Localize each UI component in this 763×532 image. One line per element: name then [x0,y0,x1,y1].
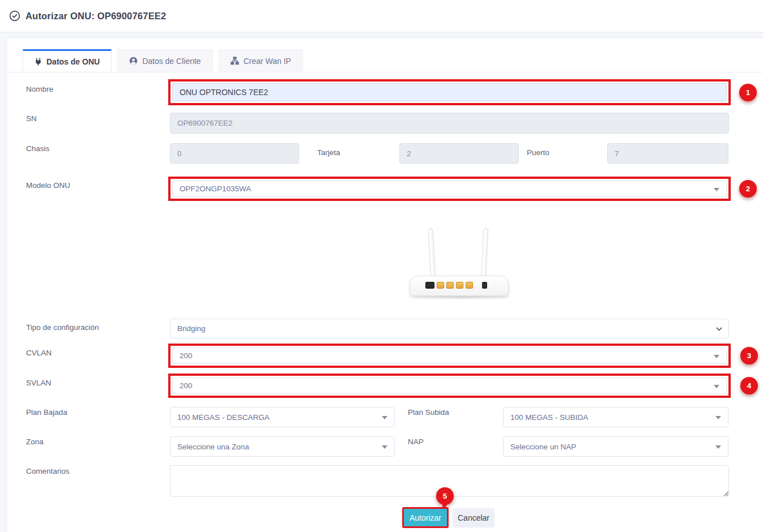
cvlan-value: 200 [180,351,193,360]
page-title: Autorizar ONU: OP6900767EE2 [25,11,166,22]
plan-subida-value: 100 MEGAS - SUBIDA [510,413,588,422]
nombre-annotation-box [168,79,731,105]
plan-bajada-label: Plan Bajada [26,408,67,417]
tab-bar: Datos de ONU Datos de Cliente [7,50,763,72]
tab-crear-wan-ip[interactable]: Crear Wan IP [219,49,303,72]
modelo-onu-label: Modelo ONU [26,181,70,190]
sn-label: SN [26,114,37,123]
autorizar-button[interactable]: Autorizar [402,507,449,528]
cancelar-button[interactable]: Cancelar [453,508,495,527]
comentarios-label: Comentarios [26,467,70,475]
tarjeta-label: Tarjeta [317,148,340,157]
tipo-configuracion-label: Tipo de configuración [26,323,99,332]
annotation-badge-4: 4 [740,377,758,394]
cvlan-label: CVLAN [26,349,52,357]
sn-input [170,113,729,134]
dropdown-arrow-icon [714,385,719,388]
tab-label: Crear Wan IP [244,57,291,66]
user-circle-icon [129,57,138,65]
zona-placeholder: Seleccione una Zona [177,443,249,451]
dropdown-arrow-icon [382,416,387,419]
tab-label: Datos de Cliente [142,57,201,66]
nap-placeholder: Seleccione un NAP [510,443,576,451]
tipo-configuracion-value: Bridging [177,324,206,333]
modelo-onu-value: OPF2ONGP1035WA [180,185,251,193]
tarjeta-input [399,143,519,164]
puerto-label: Puerto [527,148,549,157]
svlan-annotation-box: 200 [168,374,731,398]
sitemap-icon [231,57,239,65]
annotation-badge-3: 3 [740,347,758,364]
plan-subida-label: Plan Subida [408,408,449,417]
chevron-down-icon [715,325,723,332]
cvlan-select[interactable]: 200 [172,347,727,364]
annotation-badge-2: 2 [739,180,757,198]
nap-label: NAP [408,437,424,446]
nombre-input[interactable] [180,84,719,101]
plan-bajada-value: 100 MEGAS - DESCARGA [177,413,270,422]
dropdown-arrow-icon [382,445,387,449]
svlan-select[interactable]: 200 [172,377,727,394]
annotation-badge-5: 5 [436,487,454,505]
annotation-badge-1: 1 [739,84,757,101]
plug-icon [35,58,42,66]
dropdown-arrow-icon [714,188,719,191]
tab-datos-de-cliente[interactable]: Datos de Cliente [117,49,213,72]
svlan-label: SVLAN [26,379,51,387]
nombre-label: Nombre [26,85,53,93]
tipo-configuracion-select[interactable]: Bridging [170,319,729,338]
nap-select[interactable]: Seleccione un NAP [503,436,728,457]
zona-label: Zona [26,437,44,446]
chasis-label: Chasis [26,144,49,153]
authorize-onu-card: Datos de ONU Datos de Cliente [7,38,763,532]
dropdown-arrow-icon [715,416,721,419]
plan-subida-select[interactable]: 100 MEGAS - SUBIDA [503,407,728,427]
check-circle-icon [9,10,20,22]
modelo-annotation-box: OPF2ONGP1035WA [168,177,731,201]
cvlan-annotation-box: 200 [168,344,731,368]
tab-label: Datos de ONU [46,57,100,66]
dropdown-arrow-icon [714,355,719,358]
tab-datos-de-onu[interactable]: Datos de ONU [23,49,112,72]
dropdown-arrow-icon [715,445,721,449]
plan-bajada-select[interactable]: 100 MEGAS - DESCARGA [170,407,395,427]
puerto-input [607,143,728,164]
onu-device-image [377,224,541,303]
zona-select[interactable]: Seleccione una Zona [170,436,395,457]
modelo-onu-select[interactable]: OPF2ONGP1035WA [172,181,727,197]
chasis-input [170,143,299,164]
svlan-value: 200 [180,381,193,390]
page-header: Autorizar ONU: OP6900767EE2 [0,0,763,32]
